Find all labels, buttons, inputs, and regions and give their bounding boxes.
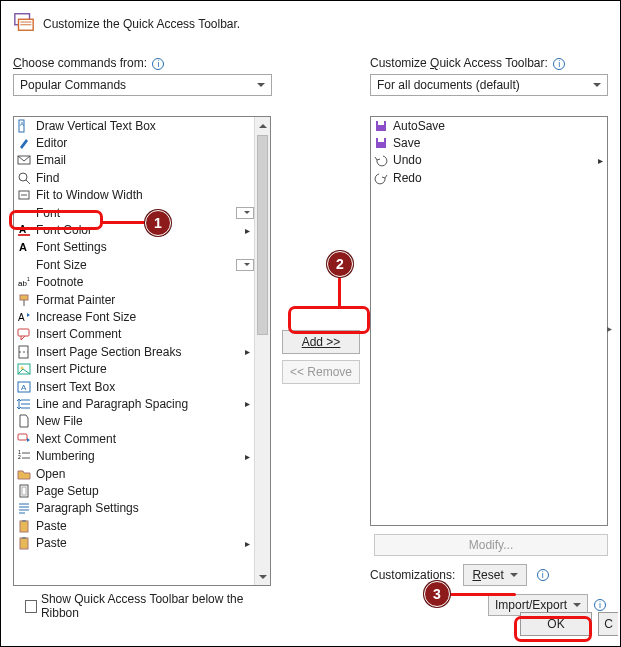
- list-item-label: Undo: [393, 153, 422, 167]
- info-icon[interactable]: i: [152, 58, 164, 70]
- remove-button[interactable]: << Remove: [282, 360, 360, 384]
- list-item-label: Editor: [36, 136, 67, 150]
- list-item-label: AutoSave: [393, 119, 445, 133]
- list-item-save[interactable]: Save: [371, 134, 607, 151]
- editor-icon: [16, 136, 32, 150]
- flyout-icon: ▸: [240, 398, 254, 409]
- list-item-label: Save: [393, 136, 420, 150]
- font-color-icon: A: [16, 223, 32, 237]
- svg-rect-42: [20, 538, 28, 549]
- flyout-icon: ▸: [240, 451, 254, 462]
- info-icon[interactable]: i: [537, 569, 549, 581]
- choose-commands-dropdown[interactable]: Popular Commands: [13, 74, 272, 96]
- cancel-button-partial[interactable]: C: [598, 612, 618, 636]
- list-item-label: Insert Picture: [36, 362, 107, 376]
- numbering-icon: 12: [16, 449, 32, 463]
- line-and-paragraph-spacing-icon: [16, 397, 32, 411]
- list-item-font[interactable]: Font: [14, 204, 254, 221]
- show-below-ribbon-checkbox[interactable]: [25, 600, 37, 613]
- list-item-editor[interactable]: Editor: [14, 134, 254, 151]
- footnote-icon: ab1: [16, 275, 32, 289]
- font-icon: [16, 206, 32, 220]
- list-item-label: Next Comment: [36, 432, 116, 446]
- list-item-email[interactable]: Email: [14, 152, 254, 169]
- list-item-find[interactable]: Find: [14, 169, 254, 186]
- list-item-label: Font Size: [36, 258, 87, 272]
- list-item-label: Footnote: [36, 275, 83, 289]
- list-item-label: Fit to Window Width: [36, 188, 143, 202]
- dialog-title: Customize the Quick Access Toolbar.: [43, 17, 240, 31]
- modify-button-label: Modify...: [469, 538, 513, 552]
- list-item-next-comment[interactable]: Next Comment: [14, 430, 254, 447]
- list-item-open[interactable]: Open: [14, 465, 254, 482]
- dropdown-indicator-icon: [236, 207, 254, 219]
- list-item-format-painter[interactable]: Format Painter: [14, 291, 254, 308]
- list-item-draw-vertical-text-box[interactable]: ADraw Vertical Text Box: [14, 117, 254, 134]
- list-item-redo[interactable]: Redo: [371, 169, 607, 186]
- scroll-thumb[interactable]: [257, 135, 268, 335]
- list-item-paragraph-settings[interactable]: Paragraph Settings: [14, 500, 254, 517]
- list-item-label: Font Color: [36, 223, 92, 237]
- customizations-label: Customizations:: [370, 568, 455, 582]
- scroll-down-icon[interactable]: [255, 569, 271, 585]
- svg-text:1: 1: [27, 276, 30, 282]
- flyout-icon: ▸: [240, 346, 254, 357]
- commands-listbox[interactable]: ADraw Vertical Text BoxEditorEmailFindFi…: [13, 116, 271, 586]
- ok-button[interactable]: OK: [520, 612, 592, 636]
- insert-text-box-icon: A: [16, 380, 32, 394]
- list-item-footnote[interactable]: ab1Footnote: [14, 274, 254, 291]
- customize-qat-label: Customize Quick Access Toolbar: i: [370, 56, 608, 70]
- list-item-line-and-paragraph-spacing[interactable]: Line and Paragraph Spacing▸: [14, 395, 254, 412]
- format-painter-icon: [16, 293, 32, 307]
- scrollbar[interactable]: [254, 117, 270, 585]
- list-item-paste[interactable]: Paste: [14, 517, 254, 534]
- show-below-ribbon-label: Show Quick Access Toolbar below the Ribb…: [41, 592, 260, 620]
- list-item-insert-text-box[interactable]: AInsert Text Box: [14, 378, 254, 395]
- info-icon[interactable]: i: [553, 58, 565, 70]
- list-item-font-size[interactable]: Font Size: [14, 256, 254, 273]
- remove-button-label: << Remove: [290, 365, 352, 379]
- list-item-new-file[interactable]: New File: [14, 413, 254, 430]
- list-item-page-setup[interactable]: Page Setup: [14, 482, 254, 499]
- svg-rect-47: [378, 138, 384, 142]
- list-item-insert-comment[interactable]: Insert Comment: [14, 326, 254, 343]
- list-item-paste-1[interactable]: Paste▸: [14, 534, 254, 551]
- import-export-label: Import/Export: [495, 598, 567, 612]
- insert-page-section-breaks-icon: [16, 345, 32, 359]
- svg-line-8: [26, 180, 30, 184]
- reset-button-label: Reset: [472, 568, 503, 582]
- customize-scope-dropdown[interactable]: For all documents (default): [370, 74, 608, 96]
- list-item-label: Insert Text Box: [36, 380, 115, 394]
- list-item-label: Paragraph Settings: [36, 501, 139, 515]
- list-item-font-settings[interactable]: AFont Settings: [14, 239, 254, 256]
- list-item-increase-font-size[interactable]: AIncrease Font Size: [14, 308, 254, 325]
- list-item-label: Find: [36, 171, 59, 185]
- list-item-label: Line and Paragraph Spacing: [36, 397, 188, 411]
- add-button[interactable]: Add >>: [282, 330, 360, 354]
- list-item-label: New File: [36, 414, 83, 428]
- email-icon: [16, 153, 32, 167]
- svg-rect-19: [18, 329, 29, 336]
- svg-text:A: A: [18, 312, 25, 323]
- list-item-label: Format Painter: [36, 293, 115, 307]
- scroll-up-icon[interactable]: [255, 117, 271, 133]
- reset-button[interactable]: Reset: [463, 564, 526, 586]
- list-item-undo[interactable]: Undo▸: [371, 152, 607, 169]
- svg-rect-45: [378, 121, 384, 125]
- modify-button[interactable]: Modify...: [374, 534, 608, 556]
- svg-rect-41: [22, 520, 26, 522]
- list-item-label: Redo: [393, 171, 422, 185]
- info-icon[interactable]: i: [594, 599, 606, 611]
- svg-rect-12: [18, 234, 30, 236]
- list-item-insert-picture[interactable]: Insert Picture: [14, 360, 254, 377]
- list-item-label: Insert Comment: [36, 327, 121, 341]
- undo-icon: [373, 153, 389, 167]
- qat-listbox[interactable]: AutoSaveSaveUndo▸Redo: [370, 116, 608, 526]
- list-item-insert-page-section-breaks[interactable]: Insert Page Section Breaks▸: [14, 343, 254, 360]
- list-item-numbering[interactable]: 12Numbering▸: [14, 447, 254, 464]
- list-item-fit-to-window-width[interactable]: Fit to Window Width: [14, 187, 254, 204]
- open-icon: [16, 467, 32, 481]
- list-item-autosave[interactable]: AutoSave: [371, 117, 607, 134]
- paste-1-icon: [16, 536, 32, 550]
- find-icon: [16, 171, 32, 185]
